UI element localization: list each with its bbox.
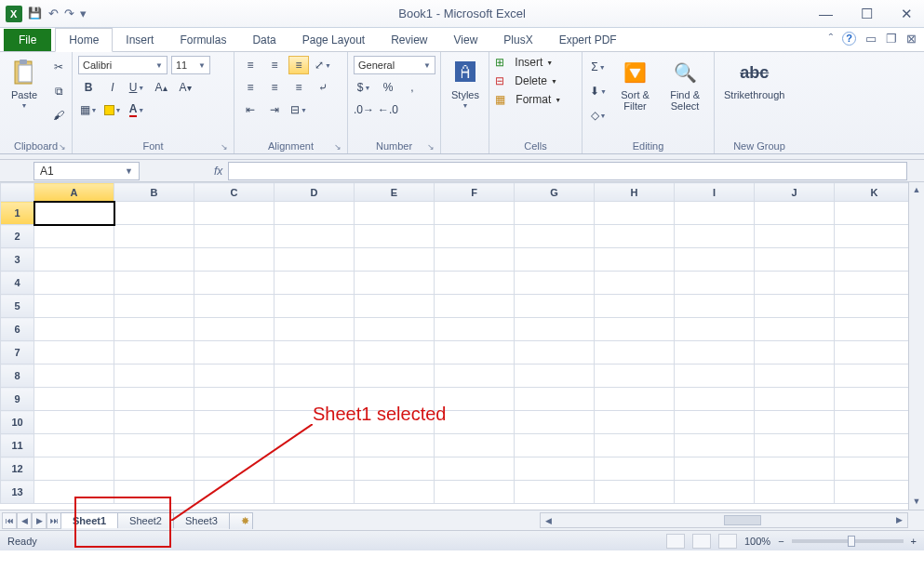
cell[interactable]	[275, 457, 355, 481]
cell[interactable]	[275, 341, 355, 365]
col-header-J[interactable]: J	[755, 183, 835, 202]
increase-decimal-button[interactable]: .0→	[354, 100, 374, 119]
underline-button[interactable]: U▼	[127, 78, 147, 97]
cell[interactable]	[675, 225, 755, 248]
cell[interactable]	[675, 365, 755, 388]
zoom-slider[interactable]	[792, 539, 904, 543]
cell[interactable]	[435, 248, 515, 272]
minimize-ribbon-icon[interactable]: ˆ	[829, 32, 833, 46]
font-size-combo[interactable]: 11▼	[171, 56, 210, 74]
col-header-F[interactable]: F	[435, 183, 515, 202]
cell[interactable]	[835, 434, 915, 457]
tab-plusx[interactable]: PlusX	[490, 29, 545, 51]
cell[interactable]	[194, 318, 275, 341]
cell[interactable]	[595, 318, 675, 341]
cell[interactable]	[835, 318, 915, 341]
cell[interactable]	[355, 295, 435, 318]
borders-button[interactable]: ▦▼	[78, 100, 99, 119]
scroll-right-icon[interactable]: ▶	[891, 513, 907, 527]
italic-button[interactable]: I	[102, 78, 123, 97]
cell[interactable]	[194, 434, 275, 457]
cell[interactable]	[435, 481, 515, 504]
cell[interactable]	[675, 318, 755, 341]
cell[interactable]	[34, 481, 114, 504]
col-header-D[interactable]: D	[275, 183, 355, 202]
cell[interactable]	[755, 295, 835, 318]
cell[interactable]	[515, 248, 595, 272]
cell[interactable]	[435, 341, 515, 365]
cell[interactable]	[515, 365, 595, 388]
cell[interactable]	[835, 295, 915, 318]
cell[interactable]	[114, 481, 194, 504]
cell[interactable]	[194, 202, 275, 225]
scroll-left-icon[interactable]: ◀	[541, 514, 556, 528]
cell[interactable]	[515, 457, 595, 481]
cell[interactable]	[34, 388, 114, 411]
cell[interactable]	[835, 457, 915, 481]
col-header-C[interactable]: C	[194, 183, 275, 202]
cell[interactable]	[355, 248, 435, 272]
sheet-nav-next[interactable]: ▶	[32, 512, 47, 529]
cell[interactable]	[194, 225, 275, 248]
cell[interactable]	[435, 272, 515, 295]
cell[interactable]	[114, 202, 194, 225]
cell[interactable]	[194, 457, 275, 481]
autosum-button[interactable]: Σ▼	[588, 58, 609, 76]
cell[interactable]	[194, 341, 275, 365]
cell[interactable]	[835, 225, 915, 248]
cell[interactable]	[194, 295, 275, 318]
vertical-scrollbar[interactable]: ▲ ▼	[908, 182, 924, 510]
cell[interactable]	[275, 481, 355, 504]
align-right-button[interactable]: ≡	[288, 78, 309, 97]
cell[interactable]	[114, 341, 194, 365]
col-header-G[interactable]: G	[515, 183, 595, 202]
cell[interactable]	[34, 411, 114, 434]
dialog-launcher-icon[interactable]: ↘	[334, 142, 341, 152]
percent-button[interactable]: %	[378, 78, 398, 97]
cell[interactable]	[435, 225, 515, 248]
cell[interactable]	[194, 411, 275, 434]
cell[interactable]	[595, 411, 675, 434]
zoom-out-button[interactable]: −	[778, 536, 783, 547]
align-middle-button[interactable]: ≡	[264, 56, 285, 74]
cell[interactable]	[835, 272, 915, 295]
row-header-4[interactable]: 4	[1, 272, 34, 295]
sort-filter-button[interactable]: 🔽 Sort & Filter	[614, 56, 656, 113]
comma-button[interactable]: ,	[402, 78, 422, 97]
cell[interactable]	[275, 318, 355, 341]
sheet-tab-sheet1[interactable]: Sheet1	[60, 512, 118, 528]
cell[interactable]	[34, 318, 114, 341]
row-header-1[interactable]: 1	[1, 202, 34, 225]
row-header-8[interactable]: 8	[1, 365, 34, 388]
tab-formulas[interactable]: Formulas	[167, 29, 239, 51]
cell[interactable]	[355, 481, 435, 504]
cell[interactable]	[194, 481, 275, 504]
wrap-text-button[interactable]: ⤶	[313, 78, 333, 97]
col-header-K[interactable]: K	[835, 183, 915, 202]
cell[interactable]	[355, 225, 435, 248]
undo-icon[interactable]: ↶	[48, 7, 59, 20]
row-header-2[interactable]: 2	[1, 225, 34, 248]
number-format-combo[interactable]: General▼	[354, 56, 435, 74]
tab-insert[interactable]: Insert	[113, 29, 167, 51]
cell[interactable]	[835, 202, 915, 225]
scroll-down-icon[interactable]: ▼	[909, 494, 924, 510]
tab-view[interactable]: View	[441, 29, 491, 51]
cell[interactable]	[755, 434, 835, 457]
cell[interactable]	[595, 341, 675, 365]
cell[interactable]	[275, 295, 355, 318]
cell[interactable]	[835, 388, 915, 411]
cell[interactable]	[114, 434, 194, 457]
cell[interactable]	[755, 272, 835, 295]
cell[interactable]	[675, 388, 755, 411]
cell[interactable]	[755, 481, 835, 504]
cell[interactable]	[114, 248, 194, 272]
name-box[interactable]: A1▼	[33, 162, 140, 180]
cell[interactable]	[275, 365, 355, 388]
tab-home[interactable]: Home	[55, 28, 113, 52]
cell[interactable]	[114, 365, 194, 388]
cell[interactable]	[675, 481, 755, 504]
cell[interactable]	[435, 202, 515, 225]
tab-data[interactable]: Data	[239, 29, 288, 51]
help-icon[interactable]: ?	[842, 32, 856, 46]
